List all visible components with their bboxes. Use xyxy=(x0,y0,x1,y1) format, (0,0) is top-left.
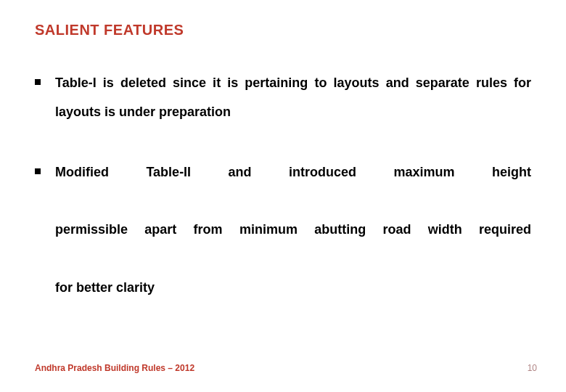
bullet-text-line: for better clarity xyxy=(55,280,155,295)
slide: SALIENT FEATURES Table-I is deleted sinc… xyxy=(0,0,566,392)
bullet-text-line: permissible apart from minimum abutting … xyxy=(55,216,531,273)
list-item: Table-I is deleted since it is pertainin… xyxy=(35,69,531,126)
bullet-text-line: Modified Table-II and introduced maximum… xyxy=(55,158,531,216)
slide-title: SALIENT FEATURES xyxy=(35,22,531,38)
list-item: Modified Table-II and introduced maximum… xyxy=(35,158,531,302)
bullet-list: Table-I is deleted since it is pertainin… xyxy=(35,69,531,302)
footer-text: Andhra Pradesh Building Rules – 2012 xyxy=(35,363,194,373)
bullet-text: Table-I is deleted since it is pertainin… xyxy=(55,69,531,126)
bullet-square-icon xyxy=(35,168,41,174)
page-number: 10 xyxy=(528,363,537,373)
bullet-square-icon xyxy=(35,79,41,85)
